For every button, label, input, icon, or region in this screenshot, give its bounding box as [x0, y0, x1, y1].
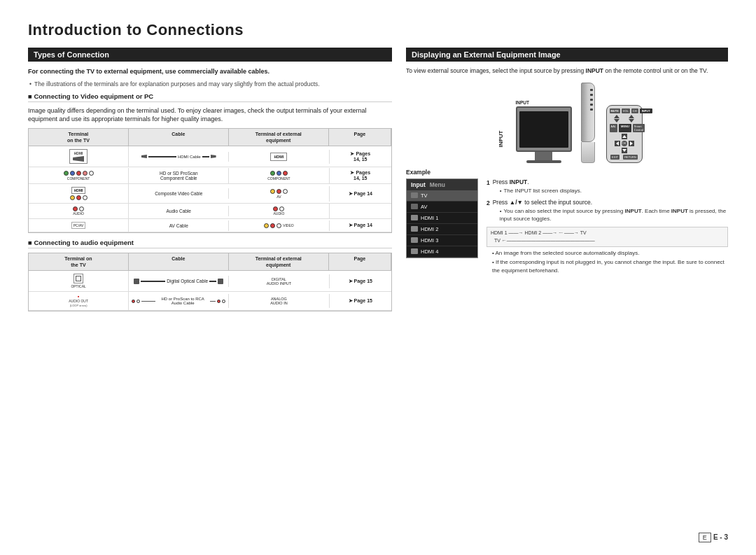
tv-side-illustration [581, 83, 595, 163]
cable-hdmi: HDMI Cable [129, 152, 229, 162]
input-btn[interactable]: INPUT [640, 108, 652, 113]
page-ref-analogaudio: ➤ Page 15 [330, 295, 392, 307]
right-column: Displaying an External Equipment Image T… [406, 48, 728, 317]
table-row: AUDIO Audio Cable AUDIO [29, 204, 391, 219]
tv-base [526, 160, 561, 163]
tv-terminal-analogaudio: ● AUDIO OUT (LOOP arrow) [29, 292, 129, 310]
tv-stand [535, 152, 552, 160]
menu-item-hdmi3[interactable]: HDMI 3 [407, 235, 477, 246]
vol-btn[interactable]: VOL [622, 108, 630, 113]
col-header-ext: Terminal of externalequipment [229, 129, 329, 146]
cable-optical: Digital Optical Cable [129, 276, 229, 287]
return-btn[interactable]: RETURN [623, 155, 638, 160]
cable-av: Composite Video Cable [129, 188, 229, 199]
ext-terminal-analogaudio: ANALOGAUDIO IN [229, 294, 329, 308]
hdmi1-icon [411, 215, 418, 220]
step1-content: Press INPUT. The INPUT list screen displ… [493, 178, 728, 196]
aal-btn[interactable]: AAL [610, 124, 618, 132]
menu-item-av[interactable]: AV [407, 202, 477, 213]
ch-btn[interactable]: CH [631, 108, 638, 113]
tv-front-body [516, 106, 572, 152]
table-row: HDMI Composite Video Cable [29, 184, 391, 204]
exit-btn[interactable]: EXIT [610, 155, 620, 160]
dpad-down-btn[interactable] [622, 148, 627, 153]
page-ref-component: ➤ Pages14, 15 [330, 167, 392, 183]
toggle-row2: TV ←—————————————————— [491, 237, 724, 245]
cable-component: HD or SD ProScanComponent Cable [129, 168, 229, 183]
cable-audio: Audio Cable [129, 206, 229, 216]
page-ref-pcav: ➤ Page 14 [330, 220, 392, 231]
enter-btn[interactable]: OK [622, 141, 627, 146]
audio-table-header: Terminal onthe TV Cable Terminal of exte… [29, 253, 391, 271]
tv-terminal-optical: OPTICAL [29, 271, 129, 291]
step-1: 1 Press INPUT. The INPUT list screen dis… [486, 178, 728, 196]
ch-up-icon[interactable] [629, 115, 634, 118]
tv-terminal-hdmi: HDMI [29, 146, 129, 167]
tv-terminal-av: HDMI [29, 184, 129, 203]
input-label: INPUT [497, 130, 503, 147]
note-text: The illustrations of the terminals are f… [28, 80, 392, 88]
tv-screen [519, 111, 568, 148]
menu-item-av-label: AV [421, 204, 427, 210]
tv-front-illustration: INPUT [516, 100, 572, 163]
menu-item-tv[interactable]: TV [407, 190, 477, 202]
ch-down-icon[interactable] [629, 119, 634, 122]
av-icon [411, 204, 418, 209]
page-ref-audio [330, 209, 392, 214]
example-content: Input Menu TV AV HDMI [406, 178, 728, 276]
ext-terminal-hdmi: HDMI [229, 150, 329, 164]
input-menu: Input Menu TV AV HDMI [406, 178, 478, 258]
menu-item-hdmi2[interactable]: HDMI 2 [407, 224, 477, 235]
cable-pcav: AV Cable [129, 220, 229, 231]
audio-col-tv: Terminal onthe TV [29, 253, 129, 270]
menu-item-hdmi1-label: HDMI 1 [421, 215, 438, 221]
dpad-right-btn[interactable] [629, 141, 634, 146]
tv-remote-illustration: INPUT INPUT [406, 83, 728, 163]
ext-terminal-pcav: VIDEO [229, 220, 329, 231]
example-label: Example [406, 169, 728, 176]
table-row: OPTICAL Digital Optical Cable D [29, 271, 391, 292]
remote-control-illustration: MUTE VOL CH INPUT [606, 105, 643, 163]
step1-bullet: The INPUT list screen displays. [493, 187, 728, 195]
step2-content: Press ▲/▼ to select the input source. Yo… [493, 199, 728, 224]
dpad-up-btn[interactable] [622, 134, 627, 139]
input-text-label: INPUT [516, 100, 572, 105]
mute-btn[interactable]: MUTE [610, 108, 620, 113]
step1-num: 1 [486, 178, 490, 196]
example-area: Example Input Menu TV [406, 169, 728, 276]
col-header-page: Page [329, 129, 391, 146]
page-title: Introduction to Connections [28, 21, 728, 39]
main-layout: Types of Connection For connecting the T… [28, 48, 728, 317]
page-number: E E - 3 [699, 533, 728, 541]
vol-up-icon[interactable] [614, 115, 620, 118]
ext-terminal-audio: AUDIO [229, 204, 329, 218]
display-section-header: Displaying an External Equipment Image [406, 48, 728, 62]
page-num-text: E - 3 [713, 533, 728, 541]
smart-btn[interactable]: Smart Central [633, 124, 645, 132]
menu-item-hdmi4-label: HDMI 4 [421, 248, 438, 255]
vol-down-icon[interactable] [614, 119, 620, 122]
menu-item-hdmi4[interactable]: HDMI 4 [407, 246, 477, 258]
steps-container: 1 Press INPUT. The INPUT list screen dis… [486, 178, 728, 276]
table-row: COMPONENT HD or SD ProScanComponent Cabl… [29, 167, 391, 184]
audio-col-cable: Cable [129, 253, 229, 270]
tv-icon [411, 192, 418, 198]
menu-item-tv-label: TV [421, 192, 428, 199]
hdmi4-icon [411, 248, 418, 254]
video-section-title: Connecting to Video equipment or PC [28, 92, 392, 102]
col-header-cable: Cable [129, 129, 229, 146]
video-description: Image quality differs depending on the t… [28, 106, 392, 124]
menu-btn[interactable]: MENU [619, 124, 631, 132]
page-ref-optical: ➤ Page 15 [330, 276, 392, 287]
table-row: ● AUDIO OUT (LOOP arrow) HD or [29, 292, 391, 311]
input-menu-menu-word: Menu [430, 181, 445, 188]
audio-col-ext: Terminal of externalequipment [229, 253, 329, 270]
audio-connection-table: Terminal onthe TV Cable Terminal of exte… [28, 253, 392, 311]
table-row: HDMI HDMI Cable [29, 146, 391, 167]
types-section-header: Types of Connection [28, 48, 392, 62]
step-2: 2 Press ▲/▼ to select the input source. … [486, 199, 728, 224]
page-ref-hdmi: ➤ Pages14, 15 [330, 148, 392, 164]
dpad-left-btn[interactable] [615, 141, 620, 146]
table-row: PC/AV AV Cable VIDEO [29, 219, 391, 232]
menu-item-hdmi1[interactable]: HDMI 1 [407, 213, 477, 224]
